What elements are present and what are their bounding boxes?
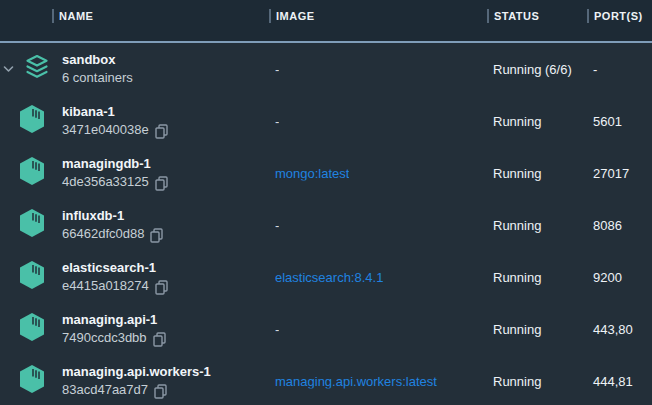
stack-subtitle: 6 containers: [62, 70, 133, 86]
container-name: kibana-1: [62, 104, 168, 120]
container-icon: [19, 260, 45, 294]
containers-table: NAME IMAGE STATUS PORT(S) sandbox: [0, 0, 652, 405]
column-header-ports[interactable]: PORT(S): [587, 9, 643, 23]
ports-cell: 9200: [593, 270, 622, 285]
container-id-text: 7490ccdc3dbb: [62, 330, 147, 346]
container-row[interactable]: elasticsearch-1 e4415a018274 elasticsear…: [0, 251, 652, 303]
image-cell: -: [275, 62, 279, 77]
column-separator: [487, 9, 489, 23]
container-icon: [19, 156, 45, 190]
column-label: IMAGE: [276, 9, 315, 23]
image-cell: -: [275, 114, 279, 129]
image-cell: -: [275, 218, 279, 233]
container-icon: [19, 208, 45, 242]
column-header-status[interactable]: STATUS: [487, 9, 539, 23]
container-id: 7490ccdc3dbb: [62, 330, 166, 346]
column-separator: [587, 9, 589, 23]
column-separator: [269, 9, 271, 23]
stack-row[interactable]: sandbox 6 containers - Running (6/6) -: [0, 43, 652, 95]
copy-icon[interactable]: [154, 384, 167, 399]
status-cell: Running: [493, 322, 541, 337]
image-cell: -: [275, 322, 279, 337]
container-id: 3471e040038e: [62, 122, 168, 138]
name-cell: elasticsearch-1 e4415a018274: [62, 260, 168, 294]
ports-cell: 443,80: [593, 322, 633, 337]
column-header-name[interactable]: NAME: [52, 9, 93, 23]
container-row[interactable]: managing.api.workers-1 83acd47aa7d7 mana…: [0, 355, 652, 405]
copy-icon[interactable]: [150, 228, 163, 243]
stack-name: sandbox: [62, 52, 133, 68]
container-row[interactable]: kibana-1 3471e040038e - Running 5601: [0, 95, 652, 147]
column-label: PORT(S): [594, 9, 643, 23]
container-id-text: 4de356a33125: [62, 174, 149, 190]
name-cell: managing.api-1 7490ccdc3dbb: [62, 312, 166, 346]
name-cell: kibana-1 3471e040038e: [62, 104, 168, 138]
container-row[interactable]: managingdb-1 4de356a33125 mongo:latest R…: [0, 147, 652, 199]
container-id: 4de356a33125: [62, 174, 168, 190]
status-cell: Running: [493, 166, 541, 181]
copy-icon[interactable]: [155, 280, 168, 295]
ports-cell: 8086: [593, 218, 622, 233]
container-id: 66462dfc0d88: [62, 226, 163, 242]
container-id-text: 3471e040038e: [62, 122, 149, 138]
column-header-image[interactable]: IMAGE: [269, 9, 315, 23]
table-header: NAME IMAGE STATUS PORT(S): [0, 0, 652, 43]
ports-cell: 444,81: [593, 374, 633, 389]
status-cell: Running: [493, 114, 541, 129]
copy-icon[interactable]: [153, 332, 166, 347]
container-icon: [19, 104, 45, 138]
container-id: 83acd47aa7d7: [62, 382, 211, 398]
copy-icon[interactable]: [155, 176, 168, 191]
container-icon: [19, 312, 45, 346]
image-link[interactable]: managing.api.workers:latest: [275, 374, 437, 389]
container-name: managingdb-1: [62, 156, 168, 172]
container-row[interactable]: managing.api-1 7490ccdc3dbb - Running 44…: [0, 303, 652, 355]
container-id-text: 66462dfc0d88: [62, 226, 144, 242]
container-name: managing.api.workers-1: [62, 364, 211, 380]
image-link[interactable]: elasticsearch:8.4.1: [275, 270, 383, 285]
name-cell: managing.api.workers-1 83acd47aa7d7: [62, 364, 211, 398]
container-id-text: e4415a018274: [62, 278, 149, 294]
container-name: elasticsearch-1: [62, 260, 168, 276]
container-row[interactable]: influxdb-1 66462dfc0d88 - Running 8086: [0, 199, 652, 251]
status-cell: Running: [493, 270, 541, 285]
compose-stack-icon: [25, 54, 49, 84]
column-separator: [52, 9, 54, 23]
container-id-text: 83acd47aa7d7: [62, 382, 148, 398]
name-cell: influxdb-1 66462dfc0d88: [62, 208, 163, 242]
name-cell: sandbox 6 containers: [62, 52, 133, 86]
ports-cell: 5601: [593, 114, 622, 129]
status-cell: Running: [493, 218, 541, 233]
container-icon: [19, 364, 45, 398]
status-cell: Running (6/6): [493, 62, 572, 77]
status-cell: Running: [493, 374, 541, 389]
copy-icon[interactable]: [155, 124, 168, 139]
column-label: NAME: [59, 9, 93, 23]
name-cell: managingdb-1 4de356a33125: [62, 156, 168, 190]
chevron-down-icon[interactable]: [3, 64, 15, 74]
container-name: managing.api-1: [62, 312, 166, 328]
column-label: STATUS: [494, 9, 539, 23]
container-name: influxdb-1: [62, 208, 163, 224]
ports-cell: 27017: [593, 166, 629, 181]
ports-cell: -: [593, 62, 597, 77]
image-link[interactable]: mongo:latest: [275, 166, 349, 181]
container-id: e4415a018274: [62, 278, 168, 294]
